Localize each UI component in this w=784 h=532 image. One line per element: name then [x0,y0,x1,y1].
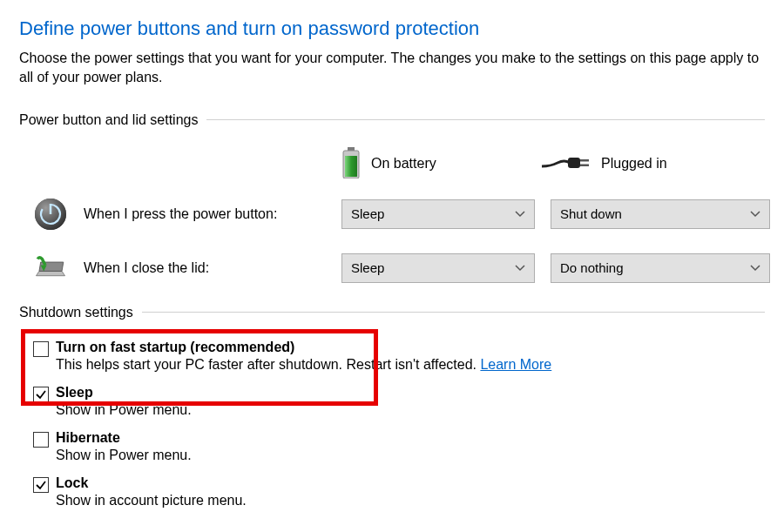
svg-rect-5 [580,159,589,162]
row-close-lid: When I close the lid: Sleep Do nothing [19,251,765,286]
option-label: Turn on fast startup (recommended) [56,340,551,355]
page-title: Define power buttons and turn on passwor… [19,17,765,40]
svg-rect-0 [348,147,355,151]
chevron-down-icon [750,261,760,274]
column-header-plugged: Plugged in [542,147,765,181]
dropdown-value: Do nothing [560,260,624,275]
svg-rect-6 [580,164,589,166]
checkbox-hibernate[interactable] [33,432,49,448]
option-hibernate: Hibernate Show in Power menu. [33,430,765,463]
option-label: Hibernate [56,430,192,446]
option-fast-startup: Turn on fast startup (recommended) This … [33,340,765,373]
row-label-power-button: When I press the power button: [84,206,341,222]
option-description: Show in Power menu. [56,402,192,418]
section-title: Power button and lid settings [19,112,206,128]
battery-icon [341,147,361,181]
dropdown-lid-plugged[interactable]: Do nothing [551,253,770,283]
column-label-plugged: Plugged in [601,156,667,172]
svg-rect-4 [568,158,580,168]
option-description: Show in Power menu. [56,448,192,463]
chevron-down-icon [515,207,525,220]
dropdown-lid-battery[interactable]: Sleep [341,253,535,283]
row-power-button: When I press the power button: Sleep Shu… [19,197,765,232]
dropdown-value: Sleep [351,260,384,275]
column-headers: On battery Plugged in [19,147,765,181]
dropdown-power-battery[interactable]: Sleep [341,199,535,229]
divider [206,119,765,120]
learn-more-link[interactable]: Learn More [480,357,551,372]
power-button-icon [33,197,68,232]
checkbox-sleep[interactable] [33,387,49,402]
option-sleep: Sleep Show in Power menu. [33,385,765,418]
checkbox-lock[interactable] [33,477,49,493]
option-label: Sleep [56,385,192,401]
laptop-lid-icon [33,251,68,286]
option-description: Show in account picture menu. [56,493,247,508]
dropdown-power-plugged[interactable]: Shut down [551,199,770,229]
row-label-close-lid: When I close the lid: [84,260,341,276]
section-title: Shutdown settings [19,305,142,320]
column-label-battery: On battery [371,156,436,172]
section-shutdown-settings: Shutdown settings [19,305,765,320]
page-description: Choose the power settings that you want … [19,49,765,88]
chevron-down-icon [750,207,760,220]
plug-icon [542,151,591,178]
option-lock: Lock Show in account picture menu. [33,475,765,508]
divider [142,312,765,313]
dropdown-value: Sleep [351,206,384,221]
checkbox-fast-startup[interactable] [33,341,49,357]
chevron-down-icon [515,261,525,274]
svg-rect-3 [345,156,357,177]
option-label: Lock [56,475,247,491]
option-description: This helps start your PC faster after sh… [56,357,551,373]
section-power-button-lid: Power button and lid settings [19,112,765,128]
dropdown-value: Shut down [560,206,622,221]
column-header-battery: On battery [341,147,542,181]
